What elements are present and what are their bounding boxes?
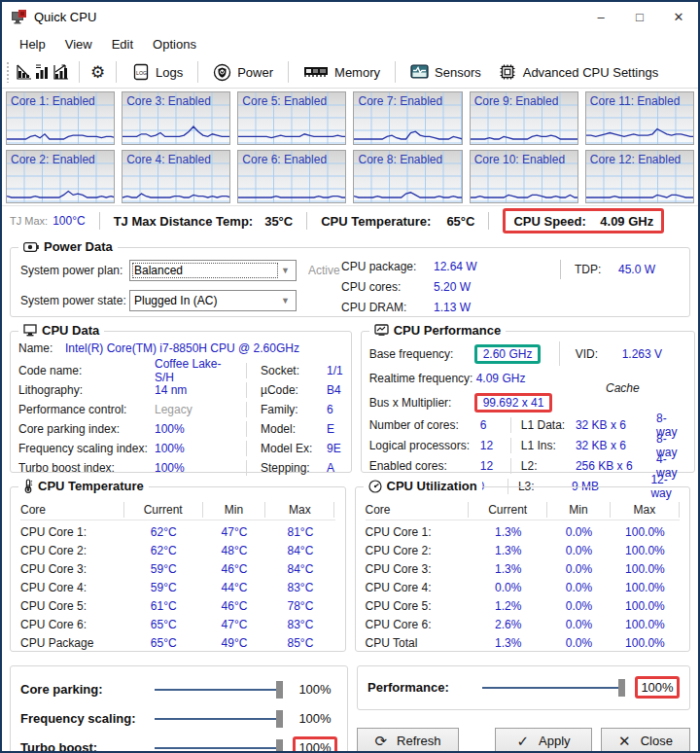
cpu-data-row: Turbo boost index:100%Stepping:A [18,458,343,478]
slider[interactable] [155,681,283,699]
cpu-utilization-legend: CPU Utilization [364,479,482,493]
apply-button[interactable]: ✓ Apply [495,728,592,753]
advanced-cpu-settings-button[interactable]: Advanced CPU Settings [493,59,664,86]
realtime-frequency-value: 4.09 GHz [476,372,526,385]
logs-icon: LOG [131,63,150,82]
column-separator [510,417,511,433]
slider[interactable] [155,739,283,753]
utilization-cell: 2.6% [469,618,547,631]
minimize-button[interactable]: – [581,2,620,31]
utilization-cell: 1.3% [469,636,547,650]
power-plan-select[interactable]: Balanced ▼ [129,260,297,281]
core-graph-core-1[interactable]: Core 1: Enabled [6,91,115,145]
temperature-core-name: CPU Core 5: [20,599,124,613]
gauge-icon [368,480,382,493]
histogram-trend-icon[interactable] [52,63,70,82]
performance-value: 12 [480,439,508,452]
performance-label: Number of cores: [369,418,480,432]
temperature-core-name: CPU Core 3: [20,562,124,576]
slider-thumb[interactable] [276,681,283,699]
utilization-header-min: Min [547,502,611,518]
utilization-cell: 100.0% [611,599,680,613]
power-metric-label: CPU DRAM: [341,301,434,314]
temperature-cell: 65°C [124,636,203,650]
power-button[interactable]: Power [207,59,279,86]
utilization-cell: 1.3% [469,525,547,539]
temperature-row: CPU Core 5:61°C46°C78°C [20,596,335,615]
core-graph-core-6[interactable]: Core 6: Enabled [237,150,346,203]
power-metric-row: CPU DRAM:1.13 W [341,301,560,314]
gear-icon[interactable]: ⚙ [88,63,107,82]
performance-slider[interactable] [482,679,625,697]
temperature-cell: 61°C [124,599,203,613]
core-graph-core-9[interactable]: Core 9: Enabled [470,91,578,145]
temperature-table-header: CoreCurrentMinMax [20,499,335,520]
core-graph-core-2[interactable]: Core 2: Enabled [6,150,115,203]
core-graph-core-7[interactable]: Core 7: Enabled [353,91,462,145]
utilization-table-header: CoreCurrentMinMax [366,499,681,520]
thermometer-icon [23,479,33,493]
core-graphs-grid: Core 1: EnabledCore 3: EnabledCore 5: En… [2,89,698,205]
core-graph-core-11[interactable]: Core 11: Enabled [585,91,694,145]
core-graph-core-12[interactable]: Core 12: Enabled [585,150,694,203]
power-state-select[interactable]: Plugged In (AC) ▼ [129,290,297,311]
core-graph-core-10[interactable]: Core 10: Enabled [470,150,578,203]
utilization-cell: 1.3% [469,544,547,557]
maximize-button[interactable]: □ [620,2,659,31]
refresh-button[interactable]: ⟳ Refresh [357,728,459,753]
cpu-data-label: Family: [261,403,327,416]
close-button[interactable]: ✕ [659,2,698,31]
utilization-core-name: CPU Total [366,636,470,650]
core-graph-label: Core 4: Enabled [126,153,211,166]
slider[interactable] [155,710,283,728]
core-graph-core-5[interactable]: Core 5: Enabled [237,91,346,145]
histogram-list-icon[interactable] [33,63,52,82]
bus-multiplier-label: Bus x Multiplier: [369,396,476,410]
cpu-speed-value: 4.09 GHz [600,214,653,229]
cpu-data-value: Coffee Lake-S/H [155,357,232,384]
menu-options[interactable]: Options [143,34,206,54]
memory-icon [303,63,329,82]
core-graph-core-8[interactable]: Core 8: Enabled [353,150,462,203]
temperature-header-current: Current [124,502,203,518]
close-dialog-button[interactable]: ✕ Close [601,728,690,753]
core-graph-core-4[interactable]: Core 4: Enabled [122,150,230,203]
column-separator [246,460,247,476]
performance-slider-value: 100% [635,676,680,699]
histogram-desc-icon[interactable] [15,63,33,82]
refresh-icon: ⟳ [374,733,387,750]
column-separator [246,382,247,398]
slider-thumb[interactable] [276,739,283,753]
cpu-data-label: Frequency scaling index: [18,442,155,455]
logs-button[interactable]: LOG Logs [125,59,189,86]
temperature-row: CPU Core 3:59°C46°C84°C [20,559,335,578]
cpu-temperature-value: 65°C [446,214,474,229]
temperature-cell: 84°C [265,562,334,576]
cache-label: L1 Data: [521,418,576,432]
vid-label: VID: [576,347,622,361]
core-graph-label: Core 10: Enabled [474,153,565,166]
cache-header: Cache [559,381,686,395]
slider-thumb[interactable] [618,679,625,697]
memory-button[interactable]: Memory [298,59,386,86]
utilization-header-max: Max [611,502,680,518]
menu-help[interactable]: Help [10,34,55,54]
utilization-row: CPU Core 3:1.3%0.0%100.0% [366,559,681,578]
sensors-button[interactable]: Sensors [404,59,487,86]
temperature-cell: 59°C [124,581,203,594]
cpu-data-value: 14 nm [155,383,232,397]
slider-track [155,747,283,749]
menu-edit[interactable]: Edit [102,34,143,54]
power-state-value: Plugged In (AC) [134,294,217,307]
cpu-performance-legend: CPU Performance [369,323,507,338]
slider-thumb[interactable] [276,710,283,728]
menu-view[interactable]: View [55,34,102,54]
sensors-label: Sensors [435,65,481,80]
utilization-header-core: Core [366,502,470,518]
utilization-core-name: CPU Core 2: [366,544,470,557]
temperature-cell: 62°C [124,544,203,557]
utilization-table-rows: CPU Core 1:1.3%0.0%100.0%CPU Core 2:1.3%… [366,522,681,652]
cpu-data-label: µCode: [261,383,327,397]
toolbar-grip[interactable] [6,61,11,83]
core-graph-core-3[interactable]: Core 3: Enabled [122,91,230,145]
